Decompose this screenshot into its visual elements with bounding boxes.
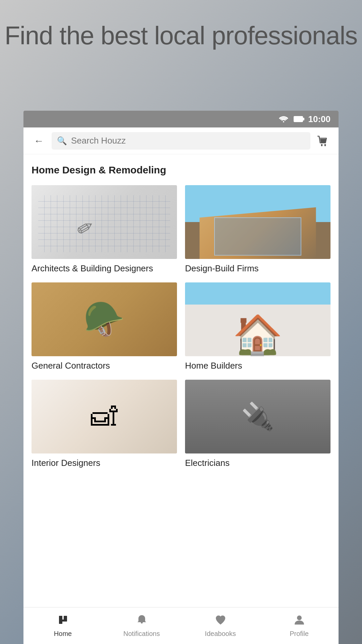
category-card-contractors[interactable]: General Contractors <box>32 282 177 372</box>
colonial-house-image <box>185 282 330 356</box>
category-card-electrical[interactable]: Electricians <box>185 380 330 469</box>
nav-item-profile[interactable]: Profile <box>260 607 339 644</box>
ideabooks-icon <box>215 614 227 628</box>
svg-point-8 <box>297 615 302 620</box>
svg-point-4 <box>324 145 326 146</box>
category-label-design-build: Design-Build Firms <box>185 263 330 274</box>
svg-point-0 <box>283 121 284 122</box>
svg-point-3 <box>321 145 322 146</box>
category-label-electrical: Electricians <box>185 458 330 469</box>
cart-icon <box>316 133 330 148</box>
back-button[interactable]: ← <box>32 133 46 148</box>
nav-label-notifications: Notifications <box>123 630 160 638</box>
nav-label-ideabooks: Ideabooks <box>205 630 236 638</box>
nav-label-home: Home <box>54 630 72 638</box>
category-image-interior <box>32 380 177 453</box>
category-label-architects: Architects & Building Designers <box>32 263 177 274</box>
search-icon: 🔍 <box>57 136 67 146</box>
profile-icon <box>293 614 305 628</box>
category-card-architects[interactable]: Architects & Building Designers <box>32 185 177 274</box>
notifications-icon <box>136 614 148 628</box>
category-label-interior: Interior Designers <box>32 458 177 469</box>
interior-image <box>32 380 177 453</box>
search-bar[interactable]: 🔍 <box>52 132 310 150</box>
nav-label-profile: Profile <box>290 630 309 638</box>
toolbar: ← 🔍 <box>23 127 339 154</box>
category-grid: Architects & Building Designers Design-B… <box>32 185 330 469</box>
category-label-builders: Home Builders <box>185 360 330 372</box>
modern-house-image <box>185 185 330 259</box>
status-time: 10:00 <box>308 114 331 124</box>
home-icon <box>57 614 69 628</box>
hero-title: Find the best local professionals <box>0 20 362 51</box>
svg-rect-7 <box>64 616 67 620</box>
category-image-architects <box>32 185 177 259</box>
nav-item-home[interactable]: Home <box>23 607 102 644</box>
category-image-electrical <box>185 380 330 453</box>
phone-card: 10:00 ← 🔍 Home Design & Remodeling <box>23 111 339 644</box>
gray-building-image <box>185 380 330 453</box>
nav-item-notifications[interactable]: Notifications <box>102 607 181 644</box>
category-card-builders[interactable]: Home Builders <box>185 282 330 372</box>
section-title: Home Design & Remodeling <box>32 164 330 176</box>
nav-item-ideabooks[interactable]: Ideabooks <box>181 607 260 644</box>
category-card-interior[interactable]: Interior Designers <box>32 380 177 469</box>
hero-section: Find the best local professionals <box>0 20 362 51</box>
category-card-design-build[interactable]: Design-Build Firms <box>185 185 330 274</box>
back-arrow-icon: ← <box>34 135 44 147</box>
category-image-contractors <box>32 282 177 356</box>
blueprint-image <box>32 185 177 259</box>
category-image-builders <box>185 282 330 356</box>
cart-button[interactable] <box>316 133 330 148</box>
wifi-icon <box>279 116 288 122</box>
search-input[interactable] <box>71 136 305 146</box>
bottom-nav: Home Notifications Ideabooks <box>23 607 339 644</box>
category-image-design-build <box>185 185 330 259</box>
hardhat-image <box>32 282 177 356</box>
battery-icon <box>294 116 303 122</box>
main-content: Home Design & Remodeling Architects & Bu… <box>23 154 339 607</box>
status-bar: 10:00 <box>23 111 339 127</box>
category-label-contractors: General Contractors <box>32 360 177 372</box>
